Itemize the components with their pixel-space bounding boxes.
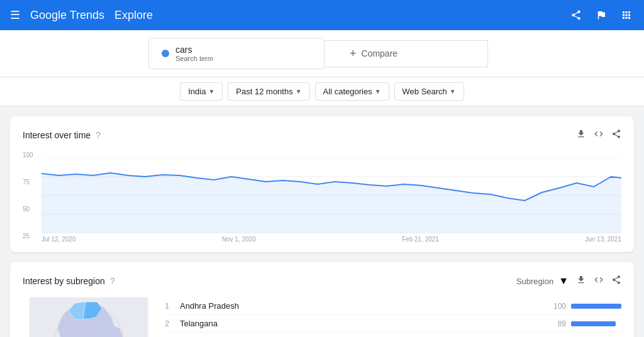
share-chart-icon[interactable] (611, 129, 621, 141)
subregion-title-row: Interest by subregion ? (23, 276, 115, 286)
x-label-4: Jun 13, 2021 (585, 236, 621, 243)
x-label-1: Jul 12, 2020 (42, 236, 76, 243)
subregion-card-header: Interest by subregion ? Subregion ▼ (23, 275, 621, 287)
app-header: ☰ Google Trends Explore (0, 0, 644, 30)
apps-icon[interactable] (619, 8, 634, 23)
filter-bar: India ▼ Past 12 months ▼ All categories … (0, 77, 644, 106)
search-term-box[interactable]: cars Search term (148, 38, 325, 69)
subregion-content: India 1 Andhra Pradesh 100 2 Telangana 8… (23, 297, 621, 337)
subregion-item-2: 2 Telangana 89 (165, 315, 621, 333)
interest-by-subregion-card: Interest by subregion ? Subregion ▼ (10, 262, 634, 337)
y-label-75: 75 (23, 179, 33, 185)
subregion-dropdown-chevron[interactable]: ▼ (558, 275, 569, 287)
card-header: Interest over time ? (23, 129, 621, 141)
subregion-bar-wrap-1 (571, 304, 621, 309)
subregion-name-2: Telangana (180, 319, 542, 328)
time-chevron: ▼ (296, 88, 302, 95)
compare-label: Compare (362, 48, 398, 58)
subregion-name-1: Andhra Pradesh (180, 301, 542, 311)
subregion-title: Interest by subregion (23, 276, 105, 286)
subregion-value-1: 100 (547, 302, 566, 311)
main-content: Interest over time ? 100 75 50 25 (0, 106, 644, 337)
subregion-bar-2 (571, 321, 616, 326)
region-label: India (188, 87, 206, 96)
compare-plus-icon: + (350, 47, 357, 60)
subregion-filter-row: Subregion ▼ (516, 275, 569, 287)
logo-text: Google Trends (30, 9, 104, 22)
y-label-50: 50 (23, 206, 33, 213)
logo: Google Trends (30, 9, 104, 22)
card-title-row: Interest over time ? (23, 130, 101, 140)
rank-1: 1 (165, 301, 175, 311)
download-icon[interactable] (576, 129, 586, 141)
compare-box[interactable]: + Compare (325, 40, 488, 67)
rank-2: 2 (165, 319, 175, 328)
subregion-help-icon[interactable]: ? (110, 276, 115, 286)
chart-svg-wrap (42, 158, 621, 233)
search-dot (162, 50, 169, 57)
header-icons (569, 8, 634, 23)
category-filter[interactable]: All categories ▼ (315, 82, 389, 101)
chart-y-labels: 100 75 50 25 (23, 152, 33, 240)
share-icon[interactable] (569, 8, 584, 23)
subregion-bar-wrap-2 (571, 321, 621, 326)
embed-icon[interactable] (594, 129, 604, 141)
subregion-download-icon[interactable] (576, 275, 586, 287)
subregion-card-actions: Subregion ▼ (516, 275, 621, 287)
subregion-share-icon[interactable] (611, 275, 621, 287)
region-filter[interactable]: India ▼ (180, 82, 223, 101)
search-term-value: cars (175, 45, 213, 55)
time-filter[interactable]: Past 12 months ▼ (228, 82, 309, 101)
subregion-list: 1 Andhra Pradesh 100 2 Telangana 89 (165, 297, 621, 337)
explore-label: Explore (114, 9, 153, 22)
search-type-chevron: ▼ (450, 88, 456, 95)
subregion-dropdown-label: Subregion (516, 277, 553, 286)
search-type-filter[interactable]: Web Search ▼ (394, 82, 464, 101)
menu-icon[interactable]: ☰ (10, 8, 20, 22)
chart-x-labels: Jul 12, 2020 Nov 1, 2020 Feb 21, 2021 Ju… (42, 236, 621, 243)
time-label: Past 12 months (236, 87, 292, 96)
search-term-info: cars Search term (175, 45, 213, 62)
subregion-item-1: 1 Andhra Pradesh 100 (165, 297, 621, 315)
y-label-100: 100 (23, 152, 33, 158)
subregion-item-3: 3 Karnataka 89 (165, 333, 621, 337)
subregion-value-2: 89 (547, 319, 566, 328)
y-label-25: 25 (23, 233, 33, 240)
category-label: All categories (323, 87, 372, 96)
region-chevron: ▼ (208, 88, 214, 95)
x-label-2: Nov 1, 2020 (222, 236, 256, 243)
search-bar-area: cars Search term + Compare (0, 30, 644, 77)
x-label-3: Feb 21, 2021 (402, 236, 439, 243)
category-chevron: ▼ (375, 88, 381, 95)
interest-over-time-title: Interest over time (23, 130, 91, 140)
subregion-bar-1 (571, 304, 621, 309)
subregion-embed-icon[interactable] (594, 275, 604, 287)
card-actions (576, 129, 621, 141)
search-term-label: Search term (175, 55, 213, 62)
help-icon[interactable]: ? (96, 130, 101, 140)
flag-icon[interactable] (594, 8, 609, 23)
interest-over-time-card: Interest over time ? 100 75 50 25 (10, 116, 634, 252)
india-map: India (23, 297, 155, 337)
search-type-label: Web Search (402, 87, 447, 96)
chart-area: 100 75 50 25 (23, 152, 621, 240)
